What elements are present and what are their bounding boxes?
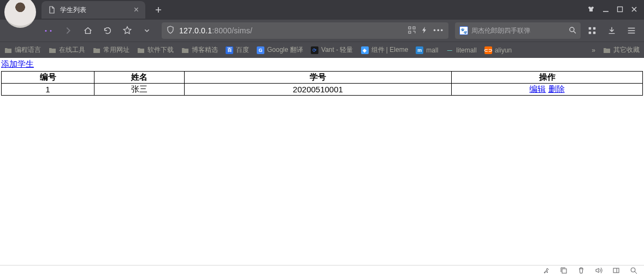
search-placeholder: 周杰伦郎朗四手联弹	[471, 26, 530, 36]
browser-tab[interactable]: 学生列表 ×	[42, 1, 145, 19]
folder-icon	[181, 47, 189, 54]
site-icon: ⊂⊃	[485, 46, 492, 54]
bookmark-item[interactable]: 编程语言	[4, 45, 41, 55]
svg-point-4	[570, 27, 574, 32]
svg-rect-8	[593, 32, 596, 34]
menu-button[interactable]	[623, 22, 640, 39]
search-provider-icon: 🐾	[459, 26, 468, 35]
col-action: 操作	[452, 72, 643, 84]
reload-button[interactable]	[99, 22, 116, 39]
add-student-link[interactable]: 添加学生	[1, 59, 34, 68]
bookmark-item[interactable]: —litemall	[446, 46, 476, 54]
url-bar[interactable]: 127.0.0.1:8000/sims/ •••	[162, 22, 448, 39]
maximize-icon[interactable]	[617, 6, 623, 14]
site-icon: 百	[226, 46, 233, 54]
nav-indicator[interactable]: • •	[40, 22, 57, 39]
cell-name: 张三	[94, 84, 185, 96]
svg-rect-2	[413, 27, 415, 29]
bookmark-item[interactable]: 软件下载	[137, 45, 174, 55]
url-text: 127.0.0.1:8000/sims/	[179, 26, 252, 35]
minimize-icon[interactable]	[602, 6, 609, 14]
bookmark-item[interactable]: 常用网址	[93, 45, 129, 55]
browser-chrome: 学生列表 × • • 127.0.0.1:8000/sims/	[0, 0, 644, 58]
cell-id: 1	[2, 84, 94, 96]
nav-toolbar: • • 127.0.0.1:8000/sims/ ••• 🐾 周杰伦郎朗四手联弹	[0, 20, 644, 42]
students-table: 编号 姓名 学号 操作 1张三20200510001编辑 删除	[1, 71, 643, 96]
close-window-icon[interactable]	[631, 6, 637, 14]
site-icon: G	[257, 46, 264, 54]
bookmark-item[interactable]: 博客精选	[181, 45, 218, 55]
site-icon: ⟳	[311, 46, 318, 54]
svg-rect-6	[593, 27, 596, 30]
tshirt-icon[interactable]	[587, 5, 595, 15]
folder-icon	[49, 47, 56, 54]
window-controls	[581, 5, 644, 15]
bookmark-item[interactable]: 在线工具	[49, 45, 85, 55]
svg-point-11	[631, 268, 635, 272]
flash-icon[interactable]	[421, 26, 428, 36]
col-id: 编号	[2, 72, 94, 84]
chevron-down-icon[interactable]	[139, 22, 155, 39]
page-content: 添加学生 编号 姓名 学号 操作 1张三20200510001编辑 删除	[0, 58, 644, 265]
tab-title: 学生列表	[60, 5, 86, 15]
svg-rect-0	[618, 7, 623, 11]
status-copy-icon[interactable]	[560, 267, 568, 276]
bookmarks-bar: 编程语言在线工具常用网址软件下载博客精选百百度GGoogle 翻译⟳Vant -…	[0, 42, 644, 58]
table-row: 1张三20200510001编辑 删除	[2, 84, 643, 96]
status-search-icon[interactable]	[630, 267, 637, 276]
search-bar[interactable]: 🐾 周杰伦郎朗四手联弹	[455, 22, 581, 39]
status-panel-icon[interactable]	[612, 267, 620, 276]
table-header-row: 编号 姓名 学号 操作	[2, 72, 643, 84]
folder-icon	[137, 47, 145, 54]
qr-icon[interactable]	[408, 26, 416, 36]
forward-button[interactable]	[60, 22, 76, 39]
svg-rect-3	[409, 31, 411, 33]
svg-rect-7	[589, 32, 592, 34]
edit-link[interactable]: 编辑	[529, 84, 546, 93]
folder-icon	[4, 47, 12, 54]
bookmark-item[interactable]: ◈组件 | Eleme	[361, 45, 409, 55]
site-icon: ◈	[361, 46, 369, 54]
bookmark-item[interactable]: 百百度	[226, 45, 249, 55]
col-name: 姓名	[94, 72, 185, 84]
svg-rect-5	[589, 27, 592, 30]
shield-icon[interactable]	[166, 26, 175, 36]
bookmarks-overflow[interactable]: »	[592, 46, 595, 54]
home-button[interactable]	[80, 22, 96, 39]
close-tab-icon[interactable]: ×	[134, 5, 139, 15]
downloads-button[interactable]	[604, 22, 620, 39]
cell-sno: 20200510001	[185, 84, 452, 96]
svg-rect-9	[562, 269, 566, 273]
site-icon: m	[416, 46, 423, 54]
folder-icon	[603, 47, 611, 54]
site-icon: —	[446, 46, 453, 54]
page-icon	[48, 6, 56, 14]
status-trash-icon[interactable]	[577, 267, 585, 276]
more-url-icon[interactable]: •••	[433, 26, 444, 36]
status-pin-icon[interactable]	[542, 267, 550, 276]
tab-strip: 学生列表 ×	[0, 0, 644, 20]
status-volume-icon[interactable]	[595, 267, 602, 276]
bookmark-item[interactable]: GGoogle 翻译	[257, 45, 303, 55]
col-sno: 学号	[185, 72, 452, 84]
url-actions: •••	[408, 26, 444, 36]
other-bookmarks[interactable]: 其它收藏	[603, 45, 640, 55]
bookmark-star-button[interactable]	[119, 22, 135, 39]
new-tab-button[interactable]	[151, 2, 166, 17]
folder-icon	[93, 47, 101, 54]
status-bar	[0, 265, 644, 277]
apps-grid-button[interactable]	[584, 22, 600, 39]
bookmark-item[interactable]: ⊂⊃aliyun	[485, 46, 512, 54]
bookmark-item[interactable]: mmall	[416, 46, 438, 54]
search-icon[interactable]	[569, 26, 576, 36]
bookmark-item[interactable]: ⟳Vant - 轻量	[311, 45, 353, 55]
svg-rect-10	[613, 268, 619, 273]
cell-action: 编辑 删除	[452, 84, 643, 96]
svg-rect-1	[409, 27, 411, 29]
delete-link[interactable]: 删除	[548, 84, 565, 93]
